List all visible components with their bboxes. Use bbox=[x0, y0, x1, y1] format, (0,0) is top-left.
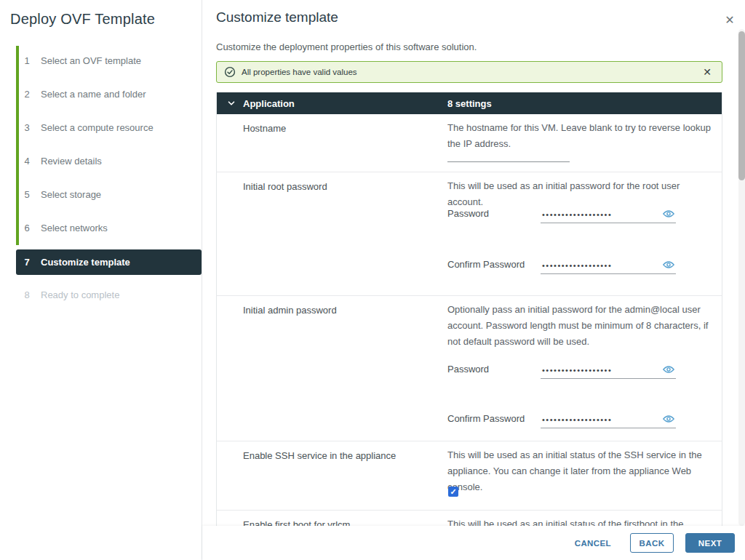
page-subtitle: Customize the deployment properties of t… bbox=[216, 41, 477, 52]
step-label: Review details bbox=[41, 145, 102, 178]
back-button[interactable]: BACK bbox=[630, 533, 674, 553]
masked-password-value: •••••••••••••••••• bbox=[542, 366, 612, 375]
banner-close-icon[interactable]: ✕ bbox=[700, 66, 714, 78]
deploy-ovf-wizard: Deploy OVF Template 1 Select an OVF temp… bbox=[0, 0, 745, 560]
setting-label: Initial admin password bbox=[243, 303, 436, 317]
step-label: Ready to complete bbox=[41, 279, 119, 312]
step-number: 6 bbox=[19, 212, 35, 245]
chevron-down-icon bbox=[227, 99, 236, 108]
eye-icon[interactable] bbox=[663, 414, 674, 424]
eye-icon[interactable] bbox=[663, 260, 674, 270]
step-select-compute-resource[interactable]: 3 Select a compute resource bbox=[16, 111, 202, 145]
hostname-input[interactable] bbox=[447, 146, 570, 162]
step-number: 5 bbox=[19, 178, 35, 212]
step-label: Select an OVF template bbox=[41, 44, 141, 78]
masked-password-value: •••••••••••••••••• bbox=[542, 415, 612, 424]
wizard-title: Deploy OVF Template bbox=[10, 11, 155, 28]
masked-password-value: •••••••••••••••••• bbox=[542, 210, 612, 219]
validation-success-banner: All properties have valid values ✕ bbox=[216, 61, 722, 83]
step-number: 1 bbox=[19, 44, 35, 78]
confirm-password-label: Confirm Password bbox=[447, 413, 525, 424]
password-field-row: Password •••••••••••••••••• bbox=[447, 206, 718, 223]
wizard-steps: 1 Select an OVF template 2 Select a name… bbox=[16, 44, 202, 312]
step-number: 8 bbox=[19, 279, 35, 312]
admin-confirm-password-input[interactable]: •••••••••••••••••• bbox=[541, 411, 676, 428]
step-number: 2 bbox=[19, 78, 35, 111]
confirm-password-field-row: Confirm Password •••••••••••••••••• bbox=[447, 257, 718, 274]
admin-password-input[interactable]: •••••••••••••••••• bbox=[541, 361, 676, 379]
check-circle-icon bbox=[224, 66, 236, 78]
step-label: Select storage bbox=[41, 178, 101, 212]
step-ready-to-complete: 8 Ready to complete bbox=[16, 279, 202, 312]
page-title: Customize template bbox=[216, 9, 338, 25]
step-number: 4 bbox=[19, 145, 35, 178]
setting-label: Enable first boot for vrlcm bbox=[243, 518, 436, 526]
application-settings-section: Application 8 settings Hostname The host… bbox=[216, 92, 722, 526]
setting-description: This will be used as an initial status o… bbox=[447, 447, 717, 495]
step-select-ovf-template[interactable]: 1 Select an OVF template bbox=[16, 44, 202, 78]
setting-row-enable-ssh: Enable SSH service in the appliance This… bbox=[217, 441, 722, 510]
setting-row-root-password: Initial root password This will be used … bbox=[217, 172, 722, 295]
step-review-details[interactable]: 4 Review details bbox=[16, 145, 202, 178]
setting-row-admin-password: Initial admin password Optionally pass a… bbox=[217, 295, 722, 441]
wizard-sidebar: Deploy OVF Template 1 Select an OVF temp… bbox=[0, 0, 202, 560]
password-label: Password bbox=[447, 208, 489, 219]
step-label: Select a name and folder bbox=[41, 78, 146, 111]
vertical-scrollbar[interactable] bbox=[738, 29, 745, 526]
step-label: Customize template bbox=[41, 249, 130, 275]
scrollbar-thumb[interactable] bbox=[738, 31, 745, 180]
setting-row-first-boot: Enable first boot for vrlcm This will be… bbox=[217, 510, 722, 526]
masked-password-value: •••••••••••••••••• bbox=[542, 261, 612, 270]
step-number: 3 bbox=[19, 111, 35, 145]
setting-label: Initial root password bbox=[243, 180, 436, 193]
cancel-button[interactable]: CANCEL bbox=[575, 539, 611, 548]
banner-message: All properties have valid values bbox=[242, 68, 700, 76]
confirm-password-label: Confirm Password bbox=[447, 259, 525, 270]
step-select-name-folder[interactable]: 2 Select a name and folder bbox=[16, 78, 202, 111]
password-label: Password bbox=[447, 364, 489, 375]
step-label: Select a compute resource bbox=[41, 111, 154, 145]
ssh-enabled-checkbox[interactable]: ✓ bbox=[448, 487, 458, 497]
wizard-footer: CANCEL BACK NEXT bbox=[202, 526, 745, 560]
step-select-storage[interactable]: 5 Select storage bbox=[16, 178, 202, 212]
eye-icon[interactable] bbox=[663, 364, 674, 375]
step-label: Select networks bbox=[41, 212, 108, 245]
setting-label: Enable SSH service in the appliance bbox=[243, 449, 436, 463]
application-section-header[interactable]: Application 8 settings bbox=[217, 92, 722, 114]
setting-row-hostname: Hostname The hostname for this VM. Leave… bbox=[217, 114, 722, 172]
setting-label: Hostname bbox=[243, 121, 436, 135]
setting-description: Optionally pass an initial password for … bbox=[447, 302, 717, 350]
eye-icon[interactable] bbox=[663, 209, 674, 219]
confirm-password-field-row: Confirm Password •••••••••••••••••• bbox=[447, 411, 718, 428]
setting-description: This will be used as an initial status o… bbox=[447, 516, 717, 526]
password-field-row: Password •••••••••••••••••• bbox=[447, 361, 718, 379]
close-icon[interactable]: ✕ bbox=[722, 12, 738, 28]
root-password-input[interactable]: •••••••••••••••••• bbox=[541, 206, 676, 223]
step-customize-template-active[interactable]: 7 Customize template bbox=[16, 249, 202, 275]
next-button[interactable]: NEXT bbox=[685, 533, 735, 553]
step-number: 7 bbox=[19, 249, 35, 275]
step-select-networks[interactable]: 6 Select networks bbox=[16, 212, 202, 245]
customize-template-pane: Customize template ✕ Customize the deplo… bbox=[202, 0, 745, 560]
section-title: Application bbox=[243, 98, 295, 109]
section-settings-count: 8 settings bbox=[447, 98, 492, 109]
root-confirm-password-input[interactable]: •••••••••••••••••• bbox=[541, 257, 676, 274]
